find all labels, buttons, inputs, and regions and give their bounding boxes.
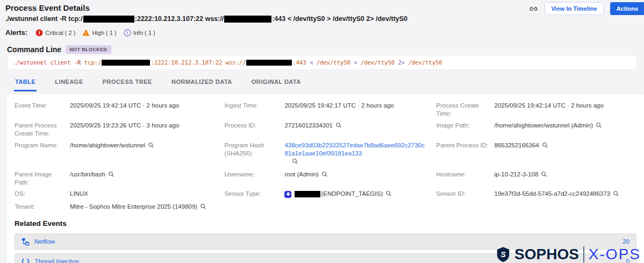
tab-process-tree[interactable]: PROCESS TREE <box>102 77 153 91</box>
search-icon[interactable] <box>200 203 206 212</box>
sophos-shield-icon: S <box>496 246 510 262</box>
program-hash-link[interactable]: 438ce93d03b22932527edae7b8ad6aee692c2730… <box>284 141 426 158</box>
alert-high[interactable]: ! High ( 1 ) <box>82 29 116 36</box>
process-command-summary: ./wstunnel client -R tcp:/:2222:10.212.3… <box>5 15 407 23</box>
high-icon: ! <box>82 29 90 36</box>
view-in-timeline-button[interactable]: View In Timeline <box>545 2 603 15</box>
field-sensor-id: Sensor ID: 19e37f3d-55dd-5745-a7d2-cc249… <box>437 190 636 199</box>
field-ingest-time: Ingest Time: 2025/09/25 19:42:17 UTC · 2… <box>224 102 426 118</box>
search-icon[interactable] <box>542 142 548 151</box>
field-empty <box>437 203 636 212</box>
related-events-heading: Related Events <box>15 219 636 228</box>
field-parent-process-id: Parent Process ID: 8653252166364 <box>437 141 636 167</box>
command-line-heading: Command Line <box>7 45 61 54</box>
command-line-code: ./wstunnel client -R tcp:/:2222:10.212.3… <box>7 55 637 70</box>
braces-icon: { } <box>22 258 30 263</box>
search-icon[interactable] <box>541 171 547 180</box>
alert-critical[interactable]: ! Critical ( 2 ) <box>35 29 75 37</box>
tab-original-data[interactable]: ORIGINAL DATA <box>251 77 302 91</box>
tab-table[interactable]: TABLE <box>14 77 37 91</box>
svg-text:!: ! <box>85 31 87 36</box>
search-icon[interactable] <box>335 122 342 131</box>
field-program-name: Program Name: /home/ahightower/wstunnel <box>15 141 214 167</box>
redaction-box <box>246 60 292 66</box>
tab-normalized-data[interactable]: NORMALIZED DATA <box>170 77 233 91</box>
redaction-box <box>224 16 271 23</box>
sophos-xops-logo: S SOPHOS X-OPS <box>496 246 641 263</box>
field-tenant: Tenant: Mitre - Sophos Mitre Enterprise … <box>15 203 214 212</box>
sophos-wordmark: SOPHOS <box>514 246 579 263</box>
copy-link-icon[interactable] <box>529 4 538 13</box>
event-details-grid: Event Time: 2025/09/25 19:42:14 UTC · 2 … <box>15 102 636 216</box>
search-icon[interactable] <box>385 190 392 199</box>
info-icon: i <box>124 29 131 37</box>
search-icon[interactable] <box>108 171 115 180</box>
alert-info[interactable]: i Info ( 1 ) <box>124 29 155 37</box>
field-process-create-time: Process Create Time: 2025/09/25 19:42:14… <box>437 102 636 118</box>
sophos-sensor-icon: ✚ <box>284 191 291 198</box>
netflow-count: 20 <box>622 238 629 245</box>
svg-text:S: S <box>500 250 506 259</box>
field-process-id: Process ID: 27216012334301 <box>224 122 426 138</box>
netflow-icon <box>22 238 30 246</box>
field-image-path: Image Path: /home/ahightower/wstunnel (A… <box>437 122 636 138</box>
table-tab-panel: Event Time: 2025/09/25 19:42:14 UTC · 2 … <box>7 94 644 263</box>
redaction-box <box>83 16 134 23</box>
field-program-hash: Program Hash (SHA256): 438ce93d03b229325… <box>224 141 426 167</box>
logo-divider <box>583 246 584 262</box>
svg-text:!: ! <box>39 30 40 35</box>
not-blocked-badge: NOT BLOCKED <box>66 45 111 54</box>
search-icon[interactable] <box>148 142 154 151</box>
search-icon[interactable] <box>596 122 602 131</box>
alerts-label: Alerts: <box>5 29 27 37</box>
search-icon[interactable] <box>292 158 298 167</box>
search-icon[interactable] <box>613 190 619 199</box>
process-event-details-page: Process Event Details View In Timeline A… <box>0 0 644 263</box>
field-sensor-type: Sensor Type: ✚(ENDPOINT_TAEGIS) <box>224 190 426 199</box>
critical-icon: ! <box>35 29 43 37</box>
field-empty <box>224 203 426 212</box>
field-hostname: Hostname: ip-10-212-3-108 <box>437 170 636 187</box>
actions-button[interactable]: Actions <box>610 2 644 15</box>
tab-lineage[interactable]: LINEAGE <box>54 77 84 91</box>
search-icon[interactable] <box>321 171 328 180</box>
field-os: OS: LINUX <box>15 190 214 199</box>
page-title: Process Event Details <box>5 3 90 12</box>
alerts-row: Alerts: ! Critical ( 2 ) ! High ( 1 ) i … <box>5 29 155 37</box>
redaction-box <box>295 191 320 197</box>
header-controls: View In Timeline Actions <box>529 2 644 15</box>
field-event-time: Event Time: 2025/09/25 19:42:14 UTC · 2 … <box>15 102 214 118</box>
redaction-box <box>102 60 150 66</box>
svg-text:i: i <box>126 30 127 35</box>
field-parent-process-create-time: Parent Process Create Time: 2025/09/25 1… <box>15 122 214 138</box>
command-line-header: Command Line NOT BLOCKED <box>7 45 111 54</box>
detail-tabs: TABLE LINEAGE PROCESS TREE NORMALIZED DA… <box>14 77 302 91</box>
field-parent-image-path: Parent Image Path: /usr/bin/bash <box>15 170 214 187</box>
field-username: Username: root (Admin) <box>224 170 426 187</box>
xops-wordmark: X-OPS <box>589 246 641 263</box>
